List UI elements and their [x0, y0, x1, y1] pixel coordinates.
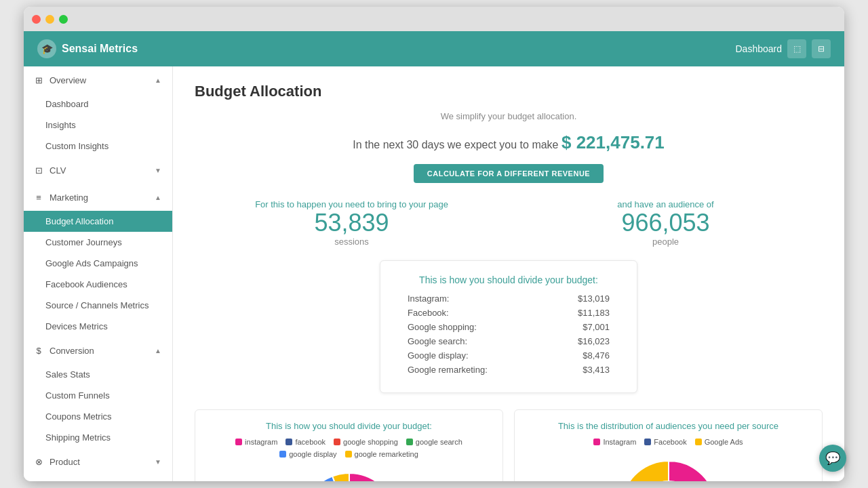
sidebar-item-source-channels[interactable]: Source / Channels Metrics	[24, 295, 172, 316]
chart-audience: This is the distribution of audiences yo…	[514, 409, 823, 481]
sessions-value: 53,839	[195, 209, 509, 237]
header-export-button[interactable]: ⬚	[787, 39, 806, 58]
stats-row: For this to happen you need to bring to …	[195, 199, 823, 247]
marketing-chevron: ▲	[155, 194, 161, 201]
titlebar	[24, 7, 844, 31]
header-settings-button[interactable]: ⊟	[812, 39, 831, 58]
audience-unit: people	[509, 237, 823, 247]
subtitle: We simplify your budget allocation.	[195, 111, 823, 121]
page-title: Budget Allocation	[195, 83, 823, 100]
marketing-icon: ≡	[32, 190, 45, 204]
legend-item: google remarketing	[345, 450, 418, 458]
budget-row: Google shopping:$7,001	[408, 322, 610, 332]
audience-label: and have an audience of	[509, 199, 823, 209]
sidebar-item-sales-stats[interactable]: Sales Stats	[24, 364, 172, 385]
maximize-button[interactable]	[59, 15, 68, 24]
chat-button[interactable]: 💬	[819, 445, 846, 472]
minimize-button[interactable]	[45, 15, 54, 24]
sidebar-item-facebook-audiences[interactable]: Facebook Audiences	[24, 274, 172, 295]
overview-icon: ⊞	[32, 73, 45, 87]
sessions-unit: sessions	[195, 237, 509, 247]
revenue-amount: $ 221,475.71	[561, 132, 665, 152]
clv-icon: ⊡	[32, 163, 45, 177]
budget-row: Google display:$8,476	[408, 350, 610, 361]
app-header: 🎓 Sensai Metrics Dashboard ⬚ ⊟	[24, 31, 844, 66]
nav-title: Dashboard	[736, 43, 783, 54]
sidebar-item-budget-allocation[interactable]: Budget Allocation	[24, 211, 172, 232]
chart-audience-area	[526, 454, 811, 481]
legend-item: instagram	[235, 438, 277, 446]
sessions-label: For this to happen you need to bring to …	[195, 199, 509, 209]
brand-icon: 🎓	[37, 39, 56, 58]
brand-name: Sensai Metrics	[62, 43, 138, 55]
legend-item: google display	[279, 450, 336, 458]
legend-item: google search	[406, 438, 462, 446]
close-button[interactable]	[32, 15, 41, 24]
sidebar-item-google-ads[interactable]: Google Ads Campaigns	[24, 253, 172, 274]
header-right: Dashboard ⬚ ⊟	[736, 39, 831, 58]
budget-row: Google search:$16,023	[408, 336, 610, 346]
legend-item: google shopping	[334, 438, 398, 446]
sidebar-item-coupons[interactable]: Coupons Metrics	[24, 406, 172, 427]
audience-block: and have an audience of 966,053 people	[509, 199, 823, 247]
sessions-block: For this to happen you need to bring to …	[195, 199, 509, 247]
chart-budget-title: This is how you should divide your budge…	[206, 421, 492, 431]
budget-card-title: This is how you should divide your budge…	[408, 274, 610, 285]
sidebar-group-others[interactable]: ⊞ Others ▼	[24, 475, 172, 481]
sidebar-group-conversion[interactable]: $ Conversion ▲	[24, 337, 172, 364]
sidebar-group-overview[interactable]: ⊞ Overview ▲	[24, 66, 172, 94]
sidebar-group-clv[interactable]: ⊡ CLV ▼	[24, 157, 172, 184]
sidebar-item-customer-journeys[interactable]: Customer Journeys	[24, 232, 172, 253]
conversion-icon: $	[32, 344, 45, 357]
sidebar: ⊞ Overview ▲ Dashboard Insights Custom I…	[24, 66, 173, 481]
sidebar-group-marketing-label: Marketing	[50, 192, 88, 203]
sidebar-item-custom-funnels[interactable]: Custom Funnels	[24, 385, 172, 406]
revenue-line-text: In the next 30 days we expect you to mak…	[353, 139, 558, 150]
sidebar-group-marketing[interactable]: ≡ Marketing ▲	[24, 184, 172, 211]
audience-value: 966,053	[509, 209, 823, 237]
product-chevron: ▼	[155, 458, 161, 466]
conversion-chevron: ▲	[155, 347, 161, 354]
legend-item: Google Ads	[695, 438, 743, 446]
chart-budget: This is how you should divide your budge…	[195, 409, 503, 481]
budget-row: Facebook:$11,183	[408, 308, 610, 318]
sidebar-item-devices[interactable]: Devices Metrics	[24, 316, 172, 337]
clv-chevron: ▼	[155, 167, 161, 174]
budget-row: Google remarketing:$3,413	[408, 365, 610, 375]
sidebar-group-product[interactable]: ⊗ Product ▼	[24, 448, 172, 475]
brand: 🎓 Sensai Metrics	[37, 39, 138, 58]
revenue-line: In the next 30 days we expect you to mak…	[195, 132, 823, 153]
chart-budget-area	[206, 466, 492, 481]
calculate-button[interactable]: CALCULATE FOR A DIFFERENT REVENUE	[414, 164, 604, 183]
chart-audience-title: This is the distribution of audiences yo…	[526, 421, 811, 431]
product-icon: ⊗	[32, 455, 45, 468]
sidebar-group-clv-label: CLV	[50, 165, 66, 176]
sidebar-group-overview-label: Overview	[50, 75, 86, 85]
sidebar-item-shipping[interactable]: Shipping Metrics	[24, 427, 172, 448]
sidebar-item-custom-insights[interactable]: Custom Insights	[24, 136, 172, 157]
traffic-lights	[32, 15, 68, 24]
main-content: Budget Allocation We simplify your budge…	[173, 66, 844, 481]
overview-chevron: ▲	[155, 77, 161, 84]
legend-item: facebook	[285, 438, 326, 446]
legend-item: Facebook	[644, 438, 686, 446]
budget-row: Instagram:$13,019	[408, 293, 610, 304]
charts-row: This is how you should divide your budge…	[195, 409, 823, 481]
sidebar-item-dashboard[interactable]: Dashboard	[24, 94, 172, 115]
budget-card: This is how you should divide your budge…	[380, 260, 637, 393]
sidebar-group-product-label: Product	[50, 457, 80, 467]
sidebar-item-insights[interactable]: Insights	[24, 115, 172, 136]
legend-item: Instagram	[593, 438, 636, 446]
sidebar-group-conversion-label: Conversion	[50, 346, 94, 356]
